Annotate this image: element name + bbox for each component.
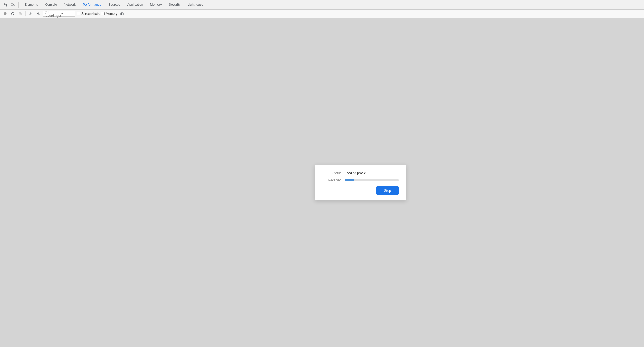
recordings-placeholder: (no recordings) [45,10,61,18]
tab-sources[interactable]: Sources [105,0,124,9]
tab-lighthouse[interactable]: Lighthouse [184,0,207,9]
progress-bar-fill [345,179,354,181]
tab-performance[interactable]: Performance [80,0,105,9]
svg-point-2 [4,12,7,15]
recordings-dropdown[interactable]: (no recordings) ▼ [43,11,75,17]
record-button[interactable] [2,11,8,17]
tab-elements[interactable]: Elements [21,0,41,9]
device-toolbar-button[interactable] [10,2,16,8]
screenshots-checkbox[interactable] [77,12,80,15]
separator-1 [25,11,26,16]
reload-and-profile-button[interactable] [10,11,16,17]
inspect-element-button[interactable] [2,2,9,8]
load-profile-button[interactable] [28,11,34,17]
controls-bar: (no recordings) ▼ Screenshots Memory [0,10,644,18]
status-value: Loading profile... [345,171,369,175]
svg-rect-0 [11,4,13,5]
svg-rect-4 [20,13,21,14]
devtools-icon-group [2,2,19,8]
main-content: Status Loading profile... Received Stop [0,18,644,347]
memory-checkbox[interactable] [101,12,105,15]
tab-bar: Elements Console Network Performance Sou… [0,0,644,10]
screenshots-label: Screenshots [81,12,100,16]
dropdown-arrow-icon: ▼ [61,12,73,15]
save-profile-button[interactable] [35,11,41,17]
tab-memory[interactable]: Memory [147,0,165,9]
status-row: Status Loading profile... [323,171,399,175]
screenshots-checkbox-group[interactable]: Screenshots [77,12,100,16]
status-label: Status [323,171,341,175]
received-row: Received [323,178,399,182]
svg-rect-5 [121,13,123,15]
svg-rect-1 [14,4,15,5]
clear-recordings-button[interactable] [119,11,125,17]
tab-network[interactable]: Network [61,0,79,9]
tab-console[interactable]: Console [42,0,60,9]
memory-checkbox-group[interactable]: Memory [101,12,117,16]
tab-security[interactable]: Security [166,0,184,9]
received-label: Received [323,178,341,182]
stop-recording-button[interactable] [17,11,23,17]
dialog-footer: Stop [323,186,399,195]
stop-button[interactable]: Stop [376,186,399,195]
loading-dialog: Status Loading profile... Received Stop [315,165,406,200]
tab-application[interactable]: Application [124,0,146,9]
memory-label: Memory [106,12,117,16]
progress-bar-container [345,179,399,181]
